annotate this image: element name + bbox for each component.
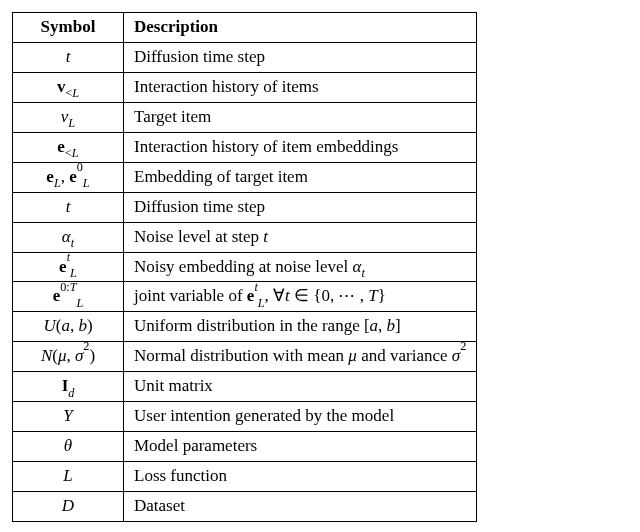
symbol-cell: e<L — [13, 132, 124, 162]
table-header-row: Symbol Description — [13, 13, 477, 43]
description-cell: Interaction history of items — [124, 72, 477, 102]
header-symbol: Symbol — [13, 13, 124, 43]
description-cell: Target item — [124, 102, 477, 132]
table-row: DDataset — [13, 492, 477, 522]
table-row: e<LInteraction history of item embedding… — [13, 132, 477, 162]
table-row: v<LInteraction history of items — [13, 72, 477, 102]
description-cell: Dataset — [124, 492, 477, 522]
symbol-cell: t — [13, 192, 124, 222]
table-row: LLoss function — [13, 462, 477, 492]
symbol-cell: N(μ, σ2) — [13, 342, 124, 372]
description-cell: Noise level at step t — [124, 222, 477, 252]
symbol-cell: U(a, b) — [13, 312, 124, 342]
description-cell: Normal distribution with mean μ and vari… — [124, 342, 477, 372]
table-row: eL, e0LEmbedding of target item — [13, 162, 477, 192]
table-row: e0:TLjoint variable of etL, ∀t ∈ {0, ⋯ ,… — [13, 282, 477, 312]
symbol-cell: L — [13, 462, 124, 492]
table-row: etLNoisy embedding at noise level αt — [13, 252, 477, 282]
description-cell: Unit matrix — [124, 372, 477, 402]
symbol-cell: v<L — [13, 72, 124, 102]
description-cell: User intention generated by the model — [124, 402, 477, 432]
symbol-cell: vL — [13, 102, 124, 132]
description-cell: Diffusion time step — [124, 42, 477, 72]
description-cell: Interaction history of item embeddings — [124, 132, 477, 162]
symbol-cell: eL, e0L — [13, 162, 124, 192]
table-row: vLTarget item — [13, 102, 477, 132]
symbol-cell: Id — [13, 372, 124, 402]
symbol-cell: e0:TL — [13, 282, 124, 312]
table-row: αtNoise level at step t — [13, 222, 477, 252]
table-row: YUser intention generated by the model — [13, 402, 477, 432]
description-cell: Uniform distribution in the range [a, b] — [124, 312, 477, 342]
description-cell: Noisy embedding at noise level αt — [124, 252, 477, 282]
symbol-cell: D — [13, 492, 124, 522]
description-cell: Diffusion time step — [124, 192, 477, 222]
symbol-cell: etL — [13, 252, 124, 282]
symbol-cell: θ — [13, 432, 124, 462]
table-row: N(μ, σ2)Normal distribution with mean μ … — [13, 342, 477, 372]
table-row: IdUnit matrix — [13, 372, 477, 402]
symbol-cell: Y — [13, 402, 124, 432]
description-cell: joint variable of etL, ∀t ∈ {0, ⋯ , T} — [124, 282, 477, 312]
table-row: θModel parameters — [13, 432, 477, 462]
symbol-cell: αt — [13, 222, 124, 252]
table-row: U(a, b)Uniform distribution in the range… — [13, 312, 477, 342]
header-description: Description — [124, 13, 477, 43]
table-row: tDiffusion time step — [13, 192, 477, 222]
description-cell: Loss function — [124, 462, 477, 492]
table-row: tDiffusion time step — [13, 42, 477, 72]
description-cell: Embedding of target item — [124, 162, 477, 192]
symbol-cell: t — [13, 42, 124, 72]
description-cell: Model parameters — [124, 432, 477, 462]
notation-table: Symbol Description tDiffusion time stepv… — [12, 12, 477, 522]
